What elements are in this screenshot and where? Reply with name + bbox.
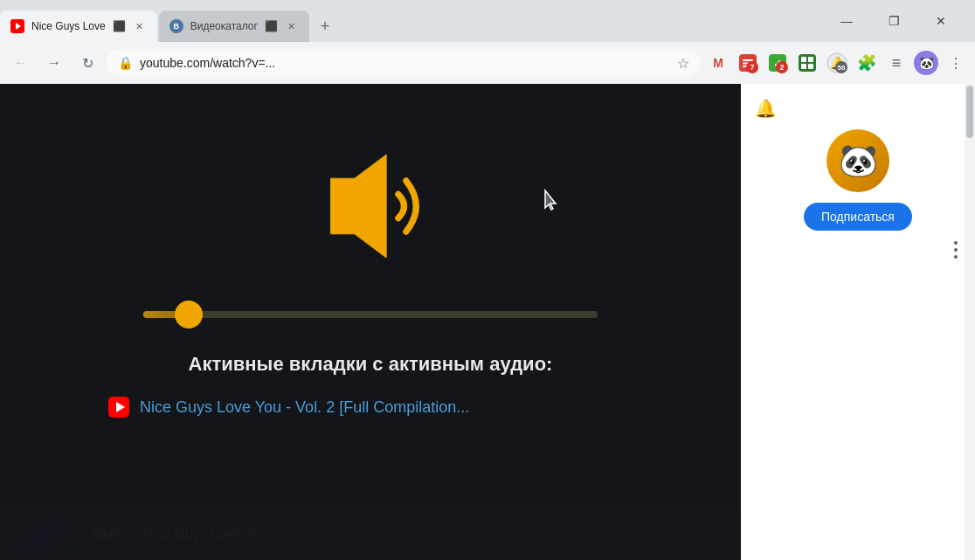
screenshare-icon: ⬛ [113,20,126,32]
youtube-area: Активные вкладки с активным аудио: Nice … [0,84,741,560]
volume-slider-container[interactable] [143,311,598,318]
dot-2 [954,248,958,252]
todoist-badge: 7 [746,61,758,73]
qr-svg-icon [799,54,816,72]
queue-icon: ≡ [892,54,902,73]
svg-rect-11 [801,64,806,69]
volume-popup: Активные вкладки с активным аудио: Nice … [0,84,741,560]
active-tab-item[interactable]: Nice Guys Love You - Vol. 2 [Full Compil… [108,397,633,418]
scrollbar[interactable] [965,84,975,560]
active-tab-youtube-icon [108,397,129,418]
toolbar: ← → ↻ 🔒 youtube.com/watch?v=... ☆ M 7 [0,42,975,84]
tab-youtube-close-button[interactable]: ✕ [133,19,147,33]
svg-rect-10 [808,57,813,62]
maximize-button[interactable]: ❐ [874,7,914,35]
svg-rect-8 [799,54,816,72]
qr-extension-icon[interactable] [795,51,819,75]
profile-avatar[interactable]: 🐼 [914,51,938,75]
minimize-button[interactable]: — [826,7,867,35]
active-tab-link[interactable]: Nice Guys Love You - Vol. 2 [Full Compil… [140,398,469,417]
tab-youtube-title: Nice Guys Love [31,20,106,32]
gmail-extension-icon[interactable]: M [706,51,730,75]
volume-speaker-icon [283,136,458,276]
page-content: Активные вкладки с активным аудио: Nice … [0,84,975,560]
notifications-extension-icon[interactable]: 🔔 58 [825,51,849,75]
extensions-button[interactable]: 🧩 [854,51,879,75]
tab-bar: Nice Guys Love ⬛ ✕ В Видеокаталог ⬛ ✕ + … [0,0,975,42]
right-sidebar: 🔔 🐼 Подписаться [741,84,975,560]
browser-chrome: Nice Guys Love ⬛ ✕ В Видеокаталог ⬛ ✕ + … [0,0,975,84]
lock-icon: 🔒 [118,56,133,70]
tab-vk-close-button[interactable]: ✕ [285,19,299,33]
menu-dots-icon: ⋮ [949,55,963,72]
tab-vk-title: Видеокаталог [190,20,258,32]
screenshare-vk-icon: ⬛ [265,20,278,32]
svg-rect-12 [808,64,813,69]
youtube-favicon-icon [10,19,24,33]
puzzle-icon: 🧩 [857,53,876,73]
bookmark-star-icon[interactable]: ☆ [677,55,689,72]
volume-slider-track [143,311,598,318]
mouse-cursor [542,189,563,217]
menu-button[interactable]: ⋮ [944,51,968,75]
back-button[interactable]: ← [7,49,35,77]
avatar-panda-icon: 🐼 [839,142,878,179]
queue-button[interactable]: ≡ [884,51,909,75]
dot-1 [954,241,958,245]
notifications-badge: 58 [835,61,847,73]
sidebar-dots-menu[interactable] [954,241,958,259]
tab-youtube[interactable]: Nice Guys Love ⬛ ✕ [0,10,157,42]
todoist-extension-icon[interactable]: 7 [736,51,760,75]
sidebar-bell-icon[interactable]: 🔔 [755,98,777,119]
address-text: youtube.com/watch?v=... [140,56,670,70]
vk-favicon-icon: В [169,19,183,33]
new-tab-button[interactable]: + [313,14,337,38]
dot-3 [954,255,958,259]
close-button[interactable]: ✕ [921,7,961,35]
scrollbar-thumb[interactable] [966,86,973,138]
active-tabs-label: Активные вкладки с активным аудио: [189,353,553,376]
volume-icon-area [248,119,493,294]
cursor-icon [542,189,563,213]
gmail-icon: M [713,56,723,70]
address-bar[interactable]: 🔒 youtube.com/watch?v=... ☆ [107,49,701,77]
forward-button[interactable]: → [40,49,68,77]
avatar-icon: 🐼 [919,56,934,70]
sidebar-user-avatar[interactable]: 🐼 [826,129,889,192]
subscribe-button[interactable]: Подписаться [804,203,912,231]
volume-slider-thumb[interactable] [175,301,203,328]
svg-rect-9 [801,57,806,62]
tab-vk[interactable]: В Видеокаталог ⬛ ✕ [159,10,309,42]
reload-button[interactable]: ↻ [73,49,101,77]
tag-extension-icon[interactable]: ✓ 2 [765,51,790,75]
tag-badge: 2 [776,61,788,73]
window-controls: — ❐ ✕ [826,7,961,35]
